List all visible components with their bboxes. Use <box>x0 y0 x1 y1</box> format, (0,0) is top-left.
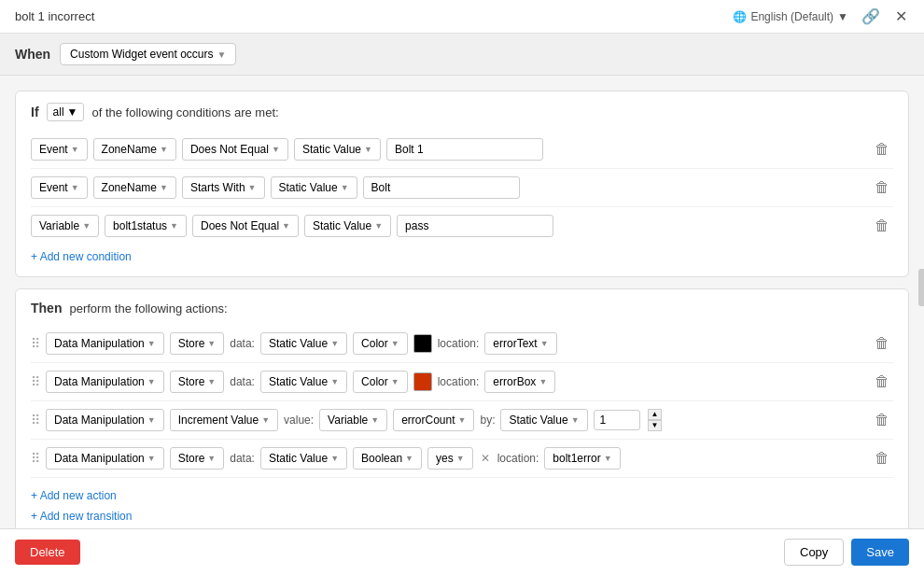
chevron-down-icon: ▼ <box>571 415 580 425</box>
value-type-dropdown-4[interactable]: Boolean▼ <box>353 447 422 470</box>
chevron-down-icon: ▼ <box>147 415 156 425</box>
save-button[interactable]: Save <box>851 539 909 566</box>
delete-condition-1[interactable]: 🗑 <box>871 139 893 160</box>
delete-action-3[interactable]: 🗑 <box>871 410 893 430</box>
action-row: ⠿ Data Manipulation▼ Store▼ data: Static… <box>31 363 893 401</box>
delete-condition-3[interactable]: 🗑 <box>871 216 893 236</box>
action-dropdown-1[interactable]: Store▼ <box>170 332 225 355</box>
chevron-down-icon: ▼ <box>405 454 413 463</box>
action-dropdown-4[interactable]: Store▼ <box>170 447 225 470</box>
title-bar: bolt 1 incorrect 🌐 English (Default) ▼ 🔗… <box>0 0 924 34</box>
subfield-dropdown-bolt1status[interactable]: bolt1status▼ <box>105 215 187 237</box>
data-label-2: data: <box>230 375 255 388</box>
chevron-down-icon: ▼ <box>160 183 168 192</box>
when-bar: When Custom Widget event occurs ▼ <box>0 34 924 76</box>
clear-bool-button[interactable]: ✕ <box>479 450 492 467</box>
link-icon-button[interactable]: 🔗 <box>860 6 882 27</box>
action-type-dropdown-1[interactable]: Data Manipulation▼ <box>46 332 164 355</box>
value-stepper[interactable]: ▲ ▼ <box>648 409 663 430</box>
quantifier-dropdown[interactable]: all ▼ <box>47 103 85 121</box>
value-type-dropdown-2[interactable]: Color▼ <box>353 371 408 393</box>
action-dropdown-2[interactable]: Store▼ <box>170 371 225 393</box>
translate-icon: 🌐 <box>733 10 747 23</box>
main-content: If all ▼ of the following conditions are… <box>0 76 924 529</box>
location-dropdown-1[interactable]: errorText▼ <box>484 332 556 355</box>
data-type-dropdown-2[interactable]: Static Value▼ <box>260 371 347 393</box>
title-bar-actions: 🌐 English (Default) ▼ 🔗 ✕ <box>733 6 909 27</box>
field-dropdown-event1[interactable]: Event▼ <box>31 138 88 161</box>
valuetype-dropdown-2[interactable]: Static Value▼ <box>271 176 357 199</box>
page-title: bolt 1 incorrect <box>15 9 94 23</box>
then-section: Then perform the following actions: ⠿ Da… <box>15 288 909 529</box>
operator-dropdown-3[interactable]: Does Not Equal▼ <box>192 215 299 237</box>
add-transition-button[interactable]: + Add new transition <box>31 504 132 525</box>
operator-dropdown-1[interactable]: Does Not Equal▼ <box>182 138 288 161</box>
add-action-button[interactable]: + Add new action <box>31 484 117 504</box>
chevron-down-icon: ▼ <box>539 377 547 386</box>
data-type-dropdown-4[interactable]: Static Value▼ <box>260 447 347 470</box>
chevron-down-icon: ▼ <box>330 377 339 386</box>
chevron-down-icon: ▼ <box>82 221 91 231</box>
stepper-up[interactable]: ▲ <box>648 409 663 420</box>
chevron-down-icon: ▼ <box>170 221 178 231</box>
bool-value-dropdown-4[interactable]: yes▼ <box>427 447 473 470</box>
copy-button[interactable]: Copy <box>784 539 844 566</box>
action-type-dropdown-3[interactable]: Data Manipulation▼ <box>46 409 164 431</box>
value-label-3: value: <box>284 414 314 427</box>
value-input-2[interactable] <box>363 176 520 199</box>
location-label-2: location: <box>438 375 480 388</box>
field-dropdown-event2[interactable]: Event▼ <box>31 176 88 199</box>
action-dropdown-3[interactable]: Increment Value▼ <box>170 409 278 431</box>
chevron-down-icon: ▼ <box>207 339 216 348</box>
chevron-down-icon: ▼ <box>604 454 612 463</box>
delete-action-2[interactable]: 🗑 <box>871 372 893 392</box>
chevron-down-icon: ▼ <box>330 454 339 463</box>
by-value-input-3[interactable] <box>594 410 640 430</box>
data-label-1: data: <box>230 337 255 350</box>
value-input-1[interactable] <box>386 138 543 161</box>
valuetype-dropdown-1[interactable]: Static Value▼ <box>294 138 381 161</box>
if-section: If all ▼ of the following conditions are… <box>15 91 909 277</box>
location-dropdown-2[interactable]: errorBox▼ <box>484 371 555 393</box>
delete-action-4[interactable]: 🗑 <box>871 448 893 469</box>
add-condition-button[interactable]: + Add new condition <box>31 245 132 265</box>
chevron-down-icon: ▼ <box>207 377 216 386</box>
value-type-dropdown-1[interactable]: Color▼ <box>353 332 408 355</box>
chevron-down-icon: ▼ <box>272 145 280 154</box>
drag-handle[interactable]: ⠿ <box>31 336 40 351</box>
subfield-dropdown-zonename1[interactable]: ZoneName▼ <box>93 138 176 161</box>
drag-handle[interactable]: ⠿ <box>31 451 40 466</box>
stepper-down[interactable]: ▼ <box>648 420 663 431</box>
data-type-dropdown-1[interactable]: Static Value▼ <box>260 332 347 355</box>
condition-row: Event▼ ZoneName▼ Does Not Equal▼ Static … <box>31 131 893 169</box>
location-dropdown-4[interactable]: bolt1error▼ <box>544 447 620 470</box>
chevron-down-icon: ▼ <box>540 339 549 348</box>
trigger-dropdown[interactable]: Custom Widget event occurs ▼ <box>60 43 236 65</box>
delete-condition-2[interactable]: 🗑 <box>871 177 893 198</box>
delete-action-1[interactable]: 🗑 <box>871 333 893 354</box>
condition-description: of the following conditions are met: <box>91 105 278 119</box>
delete-button[interactable]: Delete <box>15 540 80 565</box>
variable-dropdown-3[interactable]: errorCount▼ <box>393 409 474 431</box>
drag-handle[interactable]: ⠿ <box>31 413 40 428</box>
by-type-dropdown-3[interactable]: Static Value▼ <box>500 409 587 431</box>
operator-dropdown-2[interactable]: Starts With▼ <box>182 176 265 199</box>
field-dropdown-variable[interactable]: Variable▼ <box>31 215 99 237</box>
color-swatch-2[interactable] <box>413 372 432 391</box>
side-handle[interactable] <box>918 269 924 306</box>
value-input-3[interactable] <box>397 215 553 237</box>
chevron-down-icon: ▼ <box>207 454 216 463</box>
action-type-dropdown-2[interactable]: Data Manipulation▼ <box>46 371 164 393</box>
language-selector[interactable]: 🌐 English (Default) ▼ <box>733 10 848 23</box>
chevron-down-icon: ▼ <box>71 145 79 154</box>
condition-row: Event▼ ZoneName▼ Starts With▼ Static Val… <box>31 169 893 207</box>
drag-handle[interactable]: ⠿ <box>31 374 40 389</box>
value-type-dropdown-3[interactable]: Variable▼ <box>319 409 387 431</box>
subfield-dropdown-zonename2[interactable]: ZoneName▼ <box>93 176 176 199</box>
if-label: If <box>31 105 39 119</box>
color-swatch-1[interactable] <box>413 334 432 353</box>
action-type-dropdown-4[interactable]: Data Manipulation▼ <box>46 447 164 470</box>
close-button[interactable]: ✕ <box>893 6 909 27</box>
quantifier-value: all <box>53 105 64 119</box>
valuetype-dropdown-3[interactable]: Static Value▼ <box>304 215 391 237</box>
